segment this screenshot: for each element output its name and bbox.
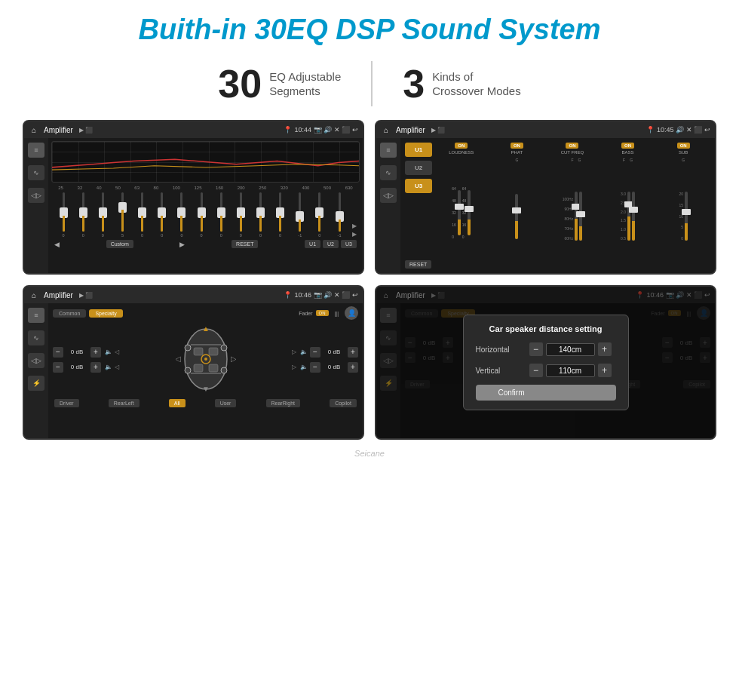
db-plus-4[interactable]: + <box>348 362 358 373</box>
bt-icon[interactable]: ⚡ <box>28 376 44 391</box>
home-icon-3[interactable]: ⌂ <box>29 290 39 300</box>
ch-on-badge[interactable]: ON <box>677 143 690 149</box>
db-row-2: − 0 dB + 🔈 ◁ <box>53 362 119 373</box>
db-plus-3[interactable]: + <box>348 347 358 358</box>
svg-rect-3 <box>194 348 203 355</box>
screen2-content: ≡ ∿ ◁▷ U1 U2 U3 RESET <box>376 138 715 273</box>
eq-slider-3[interactable]: 5 <box>113 192 131 238</box>
vol-icon-2[interactable]: ◁▷ <box>380 188 397 203</box>
freq-label: 100 <box>173 186 180 190</box>
db-row-4: ▷ 🔈 − 0 dB + <box>292 362 358 373</box>
eq-slider-13[interactable]: 0 <box>311 192 329 238</box>
screen-crossover: ⌂ Amplifier ▶ ⬛ 📍 10:45 🔊 ✕ ⬛ ↩ ≡ ∿ ◁▷ U… <box>375 120 716 275</box>
eq-slider-2[interactable]: 0 <box>94 192 112 238</box>
eq-slider-4[interactable]: 0 <box>133 192 152 238</box>
horizontal-plus[interactable]: + <box>598 342 612 356</box>
wave-icon[interactable]: ∿ <box>28 165 44 180</box>
u1-btn[interactable]: U1 <box>305 240 320 248</box>
eq-slider-7[interactable]: 0 <box>192 192 210 238</box>
vertical-label: Vertical <box>476 367 525 375</box>
u3-preset[interactable]: U3 <box>405 179 432 193</box>
screen2-sidebar: ≡ ∿ ◁▷ <box>376 138 400 273</box>
driver-btn[interactable]: Driver <box>54 399 79 407</box>
common-tab[interactable]: Common <box>53 309 86 318</box>
home-icon-1[interactable]: ⌂ <box>29 124 39 135</box>
prev-btn[interactable]: ◀ <box>54 241 60 248</box>
specialty-tab[interactable]: Specialty <box>89 309 122 318</box>
screen1-content: ≡ ∿ ◁▷ 25 32 40 50 <box>24 138 363 273</box>
eq-slider-6[interactable]: 0 <box>173 192 191 238</box>
confirm-button[interactable]: Confirm <box>476 385 616 401</box>
eq-slider-9[interactable]: 0 <box>232 192 250 238</box>
u1-preset[interactable]: U1 <box>405 143 432 157</box>
person-icon[interactable]: 👤 <box>345 306 358 320</box>
user-btn[interactable]: User <box>215 399 237 407</box>
freq-label: 25 <box>58 186 63 190</box>
stat-crossover: 3 Kinds of Crossover Modes <box>373 61 550 106</box>
statusbar-1: ⌂ Amplifier ▶ ⬛ 📍 10:44 📷 🔊 ✕ ⬛ ↩ <box>24 121 363 138</box>
db-minus-4[interactable]: − <box>310 362 320 373</box>
ch-loudness: ON LOUDNESS 644832160 644832160 <box>434 143 489 269</box>
left-db-controls: − 0 dB + 🔈 ◁ − 0 dB + 🔈 ◁ <box>53 347 119 373</box>
eq-slider-12[interactable]: -1 <box>291 192 309 238</box>
db-plus-1[interactable]: + <box>90 347 101 358</box>
svg-text:▷: ▷ <box>231 355 236 363</box>
stat-eq: 30 EQ Adjustable Segments <box>188 61 371 106</box>
ch-name: LOUDNESS <box>449 150 474 155</box>
eq-slider-0[interactable]: 0 <box>54 192 72 238</box>
copilot-btn[interactable]: Copilot <box>330 399 357 407</box>
db-val-1: 0 dB <box>66 348 88 355</box>
horizontal-row: Horizontal − 140cm + <box>476 342 616 356</box>
all-btn[interactable]: All <box>169 399 186 407</box>
rearleft-btn[interactable]: RearLeft <box>109 399 140 407</box>
ch-on-badge[interactable]: ON <box>511 143 523 149</box>
status-time-2: 📍 10:45 🔊 ✕ ⬛ ↩ <box>646 126 710 134</box>
reset-btn[interactable]: RESET <box>232 240 258 248</box>
vertical-minus[interactable]: − <box>529 364 543 377</box>
ch-on-badge[interactable]: ON <box>566 143 578 149</box>
ch-on-badge[interactable]: ON <box>621 143 634 149</box>
status-title-3: Amplifier <box>44 291 73 299</box>
reset-btn-2[interactable]: RESET <box>405 260 431 269</box>
eq-icon-2[interactable]: ≡ <box>380 143 397 158</box>
speaker-right-icon: 🔈 <box>300 348 308 355</box>
horizontal-minus[interactable]: − <box>529 342 543 356</box>
db-plus-2[interactable]: + <box>90 362 101 373</box>
db-minus-1[interactable]: − <box>53 347 63 358</box>
svg-rect-5 <box>194 364 203 372</box>
db-minus-2[interactable]: − <box>53 362 63 373</box>
eq-slider-10[interactable]: 0 <box>251 192 269 238</box>
u2-btn[interactable]: U2 <box>323 240 339 248</box>
eq-slider-5[interactable]: 0 <box>153 192 171 238</box>
db-minus-3[interactable]: − <box>310 347 320 358</box>
fader-on[interactable]: ON <box>316 310 329 316</box>
screen1-sidebar: ≡ ∿ ◁▷ <box>24 138 48 273</box>
ch-on-badge[interactable]: ON <box>455 143 468 149</box>
ch-name: BASS <box>622 150 634 155</box>
arrow-right-rear: ▷ <box>292 364 296 370</box>
screen2-main: U1 U2 U3 RESET ON LOUDNESS <box>400 138 715 273</box>
home-icon-2[interactable]: ⌂ <box>381 124 391 135</box>
arrow-right: ▷ <box>292 348 296 355</box>
eq-slider-8[interactable]: 0 <box>212 192 230 238</box>
next-btn[interactable]: ▶ <box>179 241 185 248</box>
wave-icon-2[interactable]: ∿ <box>380 165 397 180</box>
eq-scroll-arrows[interactable]: ▶ ▶ <box>351 223 358 238</box>
eq-preset-btns: U1 U2 U3 <box>305 240 357 248</box>
vol-icon[interactable]: ◁▷ <box>28 188 44 203</box>
svg-text:▲: ▲ <box>202 324 210 333</box>
vol-icon-3[interactable]: ◁▷ <box>28 353 44 368</box>
u2-preset[interactable]: U2 <box>405 161 432 175</box>
eq-icon-3[interactable]: ≡ <box>28 308 44 323</box>
eq-slider-14[interactable]: -1 <box>330 192 348 238</box>
wave-icon-3[interactable]: ∿ <box>28 330 44 345</box>
distance-dialog: Car speaker distance setting Horizontal … <box>463 315 629 410</box>
u3-btn[interactable]: U3 <box>341 240 357 248</box>
eq-icon[interactable]: ≡ <box>28 143 44 158</box>
rearright-btn[interactable]: RearRight <box>266 399 301 407</box>
eq-slider-1[interactable]: 0 <box>74 192 92 238</box>
custom-btn[interactable]: Custom <box>106 240 133 248</box>
eq-slider-11[interactable]: 0 <box>271 192 290 238</box>
vertical-plus[interactable]: + <box>598 364 612 377</box>
speaker-diagram-area: − 0 dB + 🔈 ◁ − 0 dB + 🔈 ◁ <box>53 324 358 395</box>
